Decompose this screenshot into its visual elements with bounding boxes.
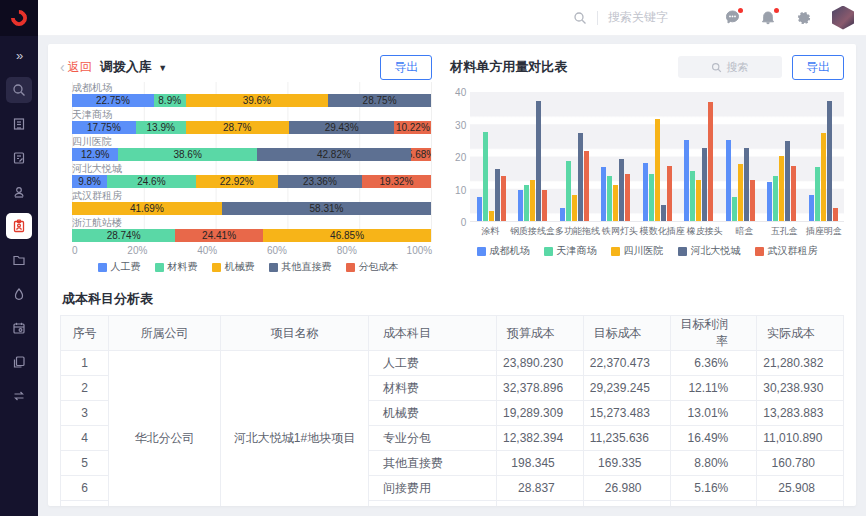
back-button[interactable]: ‹ 返回 — [60, 59, 92, 76]
x-axis-tick: 40% — [197, 245, 217, 256]
sidebar-item-copy[interactable] — [6, 349, 32, 375]
bar — [501, 176, 506, 222]
search-icon — [573, 11, 587, 25]
grouped-category-label: 橡皮接头 — [685, 225, 725, 238]
messages-badge — [738, 8, 743, 13]
legend-item[interactable]: 四川医院 — [611, 244, 664, 258]
cost-table-section: 成本科目分析表 序号所属公司项目名称成本科目预算成本目标成本目标利润率实际成本 … — [60, 282, 844, 506]
stacked-bar-segment: 17.75% — [72, 121, 136, 134]
legend-swatch — [477, 247, 486, 256]
chevron-down-icon: ▼ — [158, 63, 167, 73]
cell-subject: 人工费 — [369, 351, 497, 376]
sidebar-item-company[interactable] — [6, 111, 32, 137]
legend-item[interactable]: 天津商场 — [544, 244, 597, 258]
sidebar-item-files[interactable] — [6, 247, 32, 273]
global-search[interactable]: 搜索关键字 — [573, 9, 668, 26]
table-header-cell: 目标成本 — [583, 316, 670, 351]
global-search-placeholder: 搜索关键字 — [608, 9, 668, 26]
export-button-left[interactable]: 导出 — [380, 55, 432, 80]
bar — [572, 195, 577, 221]
grouped-category-label: 插座明盒 — [804, 225, 844, 238]
bar — [732, 197, 737, 221]
user-avatar[interactable] — [832, 6, 854, 30]
cell-target: 22,370.473 — [583, 351, 670, 376]
sidebar-item-search[interactable] — [6, 77, 32, 103]
cell-actual: 160.780 — [757, 451, 844, 476]
legend-swatch — [544, 247, 553, 256]
cell-subject: 其他直接费 — [369, 451, 497, 476]
sidebar-item-approvals[interactable] — [6, 179, 32, 205]
bar-group — [678, 92, 720, 221]
cell-budget: 198.345 — [497, 451, 584, 476]
stacked-bar-segment: 24.41% — [175, 229, 263, 242]
legend-item[interactable]: 其他直接费 — [269, 260, 332, 274]
stacked-bar-segment: 9.8% — [72, 175, 107, 188]
stacked-category-label: 武汉群租房 — [72, 190, 431, 202]
bar — [578, 133, 583, 221]
bar — [767, 182, 772, 221]
bar — [477, 197, 482, 221]
bar — [684, 140, 689, 221]
cell-row-number: 4 — [61, 426, 109, 451]
bar — [821, 133, 826, 221]
legend-item[interactable]: 成都机场 — [477, 244, 530, 258]
cell-row-number: 5 — [61, 451, 109, 476]
panel-search-input[interactable]: 搜索 — [678, 56, 782, 78]
stacked-bar-segment: 28.75% — [328, 94, 431, 107]
legend-item[interactable]: 机械费 — [212, 260, 255, 274]
cell-row-number: 1 — [61, 351, 109, 376]
legend-item[interactable]: 河北大悦城 — [678, 244, 741, 258]
grouped-category-label: 铁网灯头 — [600, 225, 640, 238]
stacked-bar-segment: 23.36% — [278, 175, 362, 188]
legend-item[interactable]: 人工费 — [98, 260, 141, 274]
export-button-right[interactable]: 导出 — [792, 55, 844, 80]
stacked-bar-segment: 38.6% — [118, 148, 257, 161]
app-logo — [0, 0, 38, 36]
bar — [643, 163, 648, 222]
legend-label: 机械费 — [225, 260, 255, 274]
stacked-bar-segment: 10.22% — [394, 121, 431, 134]
bar — [815, 167, 820, 221]
bar — [649, 174, 654, 221]
sidebar-expand-icon[interactable]: » — [16, 48, 22, 63]
main-area: 搜索关键字 — [38, 0, 866, 516]
bar-group — [761, 92, 803, 221]
messages-button[interactable] — [723, 9, 741, 27]
legend-swatch — [678, 247, 687, 256]
x-axis-tick: 80% — [337, 245, 357, 256]
y-axis-tick: 30 — [455, 119, 466, 130]
legend-label: 成都机场 — [490, 244, 530, 258]
cell-target: 29,239.245 — [583, 376, 670, 401]
bar — [619, 159, 624, 221]
topbar: 搜索关键字 — [38, 0, 866, 36]
bar — [827, 101, 832, 221]
settings-button[interactable] — [795, 9, 813, 27]
cell-margin: 22.81% — [670, 501, 757, 507]
back-label: 返回 — [68, 59, 92, 76]
bar — [542, 190, 547, 221]
cell-row-number: 7 — [61, 501, 109, 507]
sidebar-item-materials-active[interactable] — [6, 213, 32, 239]
stacked-bar: 9.8%24.6%22.92%23.36%19.32% — [72, 175, 431, 188]
sidebar-item-schedule[interactable] — [6, 315, 32, 341]
cell-budget: 93.784 — [497, 501, 584, 507]
page-title-dropdown[interactable]: 调拨入库 ▼ — [100, 58, 168, 76]
legend-item[interactable]: 分包成本 — [346, 260, 399, 274]
sidebar-item-contracts[interactable] — [6, 145, 32, 171]
bar — [655, 119, 660, 221]
legend-swatch — [346, 263, 355, 272]
dashboard-card: ‹ 返回 调拨入库 ▼ 导出 成都机场22.75%8.9%39.6%28.7 — [48, 44, 856, 506]
grouped-category-label: 涂料 — [470, 225, 510, 238]
bar — [744, 148, 749, 221]
sidebar-item-transfer[interactable] — [6, 383, 32, 409]
cell-subject: 材料费 — [369, 376, 497, 401]
legend-item[interactable]: 武汉群租房 — [755, 244, 818, 258]
sidebar-item-resources[interactable] — [6, 281, 32, 307]
legend-item[interactable]: 材料费 — [155, 260, 198, 274]
notifications-button[interactable] — [759, 9, 777, 27]
stacked-category-label: 天津商场 — [72, 109, 431, 121]
bar-group — [802, 92, 844, 221]
table-header-cell: 预算成本 — [497, 316, 584, 351]
content: ‹ 返回 调拨入库 ▼ 导出 成都机场22.75%8.9%39.6%28.7 — [38, 36, 866, 516]
x-axis-tick: 20% — [127, 245, 147, 256]
